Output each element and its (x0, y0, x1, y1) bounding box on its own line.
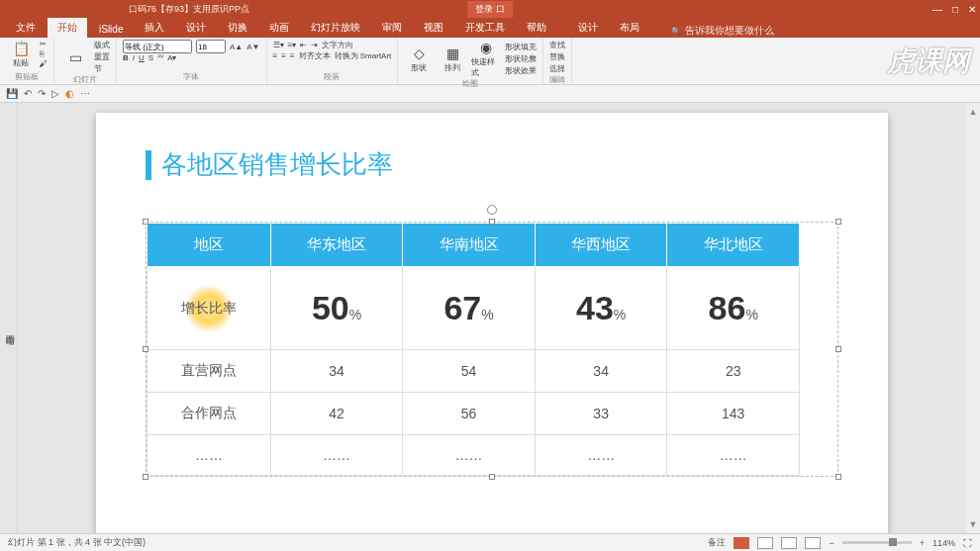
tab-help[interactable]: 帮助 (517, 18, 556, 38)
table-header[interactable]: 华南地区 (403, 224, 536, 267)
section-button[interactable]: 节 (94, 63, 110, 74)
table-cell[interactable]: …… (270, 435, 403, 476)
resize-handle[interactable] (835, 219, 841, 225)
table-cell[interactable]: 合作网点 (147, 393, 271, 435)
table-cell[interactable]: 增长比率 (147, 267, 271, 350)
table-cell[interactable]: …… (667, 435, 800, 476)
cut-button[interactable]: ✂ (40, 40, 48, 48)
window-maximize-icon[interactable]: □ (952, 4, 958, 15)
tab-animation[interactable]: 动画 (259, 18, 299, 38)
table-cell[interactable]: 43% (535, 267, 667, 350)
qat-more-icon[interactable]: ⋯ (80, 88, 90, 99)
scroll-down-icon[interactable]: ▼ (969, 519, 978, 529)
table-cell[interactable]: 67% (403, 267, 536, 350)
table-header[interactable]: 华北地区 (667, 224, 800, 267)
qat-undo-icon[interactable]: ↶ (24, 88, 32, 99)
quickstyle-button[interactable]: ◉快速样式 (471, 40, 501, 78)
numbering-button[interactable]: ≡▾ (288, 41, 297, 49)
qat-start-icon[interactable]: ▷ (51, 88, 59, 99)
slideshow-view-button[interactable] (805, 537, 821, 549)
text-direction-button[interactable]: 文字方向 (322, 40, 353, 50)
table-cell[interactable]: 34 (270, 350, 403, 393)
resize-handle[interactable] (835, 346, 841, 352)
tab-table-design[interactable]: 设计 (568, 18, 608, 38)
tab-transition[interactable]: 切换 (218, 18, 257, 38)
shape-outline-button[interactable]: 形状轮廓 (505, 53, 537, 64)
shapes-button[interactable]: ◇形状 (404, 46, 434, 73)
find-button[interactable]: 查找 (549, 40, 565, 50)
tell-me-search[interactable]: 告诉我你想要做什么 (671, 24, 774, 38)
copy-button[interactable]: ⎘ (40, 49, 48, 58)
shape-fill-button[interactable]: 形状填充 (505, 42, 537, 52)
font-name-input[interactable] (123, 40, 192, 53)
table-cell[interactable]: 23 (667, 350, 800, 393)
notes-button[interactable]: 备注 (708, 536, 726, 549)
select-button[interactable]: 选择 (549, 63, 565, 74)
arrange-button[interactable]: ▦排列 (438, 46, 467, 73)
table-cell[interactable]: …… (403, 435, 536, 476)
font-color-button[interactable]: A▾ (167, 53, 176, 62)
data-table[interactable]: 地区 华东地区 华南地区 华西地区 华北地区 增长比率 50% 67% 43% … (147, 223, 800, 476)
qat-redo-icon[interactable]: ↷ (38, 88, 46, 99)
table-cell[interactable]: 56 (403, 393, 536, 435)
indent-increase-button[interactable]: ⇥ (311, 41, 318, 49)
reading-view-button[interactable] (781, 537, 797, 549)
zoom-out-button[interactable]: − (829, 538, 833, 548)
slide-canvas[interactable]: 各地区销售增长比率 地区 华东地区 华南地区 华西地区 华北地区 (18, 103, 966, 533)
align-left-button[interactable]: ≡ (273, 51, 278, 60)
normal-view-button[interactable] (734, 537, 749, 549)
bullets-button[interactable]: ☰▾ (273, 41, 284, 49)
table-cell[interactable]: 33 (535, 393, 667, 435)
table-cell[interactable]: 直营网点 (147, 350, 271, 393)
italic-button[interactable]: I (133, 53, 135, 62)
title-tab-login[interactable]: 登录 口 (467, 1, 513, 18)
strikethrough-button[interactable]: S (148, 53, 153, 62)
table-cell[interactable]: 34 (535, 350, 667, 393)
replace-button[interactable]: 替换 (549, 51, 565, 62)
tab-devtools[interactable]: 开发工具 (455, 18, 515, 38)
rotate-handle-icon[interactable] (487, 205, 497, 215)
table-cell[interactable]: 143 (667, 393, 800, 435)
resize-handle[interactable] (489, 219, 495, 225)
window-minimize-icon[interactable]: — (932, 4, 942, 15)
qat-save-icon[interactable]: 💾 (6, 88, 18, 99)
scroll-up-icon[interactable]: ▲ (969, 107, 978, 117)
shape-effects-button[interactable]: 形状效果 (505, 65, 537, 76)
decrease-font-button[interactable]: A▼ (246, 43, 259, 51)
indent-decrease-button[interactable]: ⇤ (300, 41, 307, 49)
sorter-view-button[interactable] (757, 537, 773, 549)
tab-insert[interactable]: 插入 (135, 18, 174, 38)
tab-design[interactable]: 设计 (176, 18, 216, 38)
vertical-scrollbar[interactable]: ▲ ▼ (966, 103, 980, 533)
table-cell[interactable]: …… (535, 435, 667, 476)
reset-button[interactable]: 重置 (94, 51, 110, 62)
tab-table-layout[interactable]: 布局 (610, 18, 649, 38)
table-cell[interactable]: 50% (270, 267, 403, 350)
align-right-button[interactable]: ≡ (290, 51, 295, 60)
tab-home[interactable]: 开始 (48, 18, 87, 38)
resize-handle[interactable] (143, 219, 148, 225)
table-header[interactable]: 华东地区 (270, 224, 403, 267)
resize-handle[interactable] (835, 474, 841, 480)
thumbnail-panel-collapsed[interactable]: 缩略图 (0, 103, 18, 533)
tab-islide[interactable]: iSlide (89, 21, 133, 38)
tab-slideshow[interactable]: 幻灯片放映 (301, 18, 370, 38)
shadow-button[interactable]: ᴬⱽ (157, 53, 163, 62)
qat-color-icon[interactable]: ◐ (65, 88, 74, 99)
fit-window-icon[interactable]: ⛶ (963, 538, 972, 548)
table-cell[interactable]: …… (147, 435, 271, 476)
align-center-button[interactable]: ≡ (281, 51, 286, 60)
smartart-button[interactable]: 转换为 SmartArt (335, 50, 392, 61)
table-cell[interactable]: 86% (667, 267, 800, 350)
resize-handle[interactable] (489, 474, 495, 480)
table-header[interactable]: 地区 (147, 224, 271, 267)
resize-handle[interactable] (143, 474, 148, 480)
bold-button[interactable]: B (123, 53, 129, 62)
underline-button[interactable]: U (139, 53, 145, 62)
window-close-icon[interactable]: ✕ (968, 4, 976, 15)
table-cell[interactable]: 42 (270, 393, 403, 435)
zoom-in-button[interactable]: + (920, 538, 925, 548)
paste-button[interactable]: 📋粘贴 (6, 41, 36, 68)
font-size-input[interactable] (196, 40, 226, 53)
increase-font-button[interactable]: A▲ (230, 43, 243, 51)
